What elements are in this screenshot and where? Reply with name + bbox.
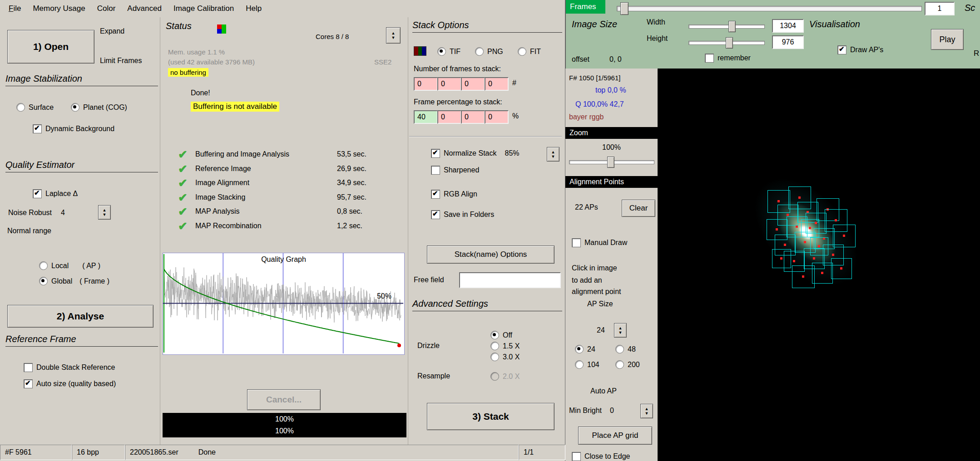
height-slider-thumb[interactable]: [726, 37, 733, 49]
normalize-spinner[interactable]: [547, 147, 559, 162]
drizzle-off-radio[interactable]: Off: [490, 331, 512, 339]
close-to-edge-box[interactable]: [572, 452, 581, 461]
save-folders-checkbox[interactable]: Save in Folders: [431, 210, 494, 219]
menu-file[interactable]: File: [3, 4, 27, 13]
stack-button[interactable]: 3) Stack: [427, 403, 554, 430]
normalize-stack-checkbox[interactable]: Normalize Stack 85%: [431, 149, 520, 158]
frames-count-input[interactable]: 0: [461, 77, 485, 91]
ap-48-circle[interactable]: [615, 345, 624, 353]
draw-aps-checkbox[interactable]: Draw AP's: [837, 45, 883, 54]
frames-slider-track[interactable]: [617, 6, 922, 11]
local-radio[interactable]: Local ( AP ): [39, 261, 100, 270]
zoom-slider-thumb[interactable]: [607, 157, 614, 168]
sharpened-checkbox[interactable]: Sharpened: [431, 166, 479, 175]
sharpened-box[interactable]: [431, 166, 440, 175]
surface-radio[interactable]: Surface: [16, 103, 54, 112]
global-radio-circle[interactable]: [39, 277, 48, 285]
frame-number-input[interactable]: 1: [925, 2, 955, 15]
tif-radio[interactable]: TIF: [437, 47, 460, 56]
laplace-checkbox[interactable]: Laplace Δ: [33, 189, 78, 198]
manual-draw-checkbox[interactable]: Manual Draw: [572, 238, 627, 247]
menu-help[interactable]: Help: [240, 4, 267, 13]
drizzle-off-circle[interactable]: [490, 331, 499, 339]
ap-104-circle[interactable]: [575, 360, 584, 369]
analyse-button[interactable]: 2) Analyse: [7, 305, 153, 328]
cancel-button[interactable]: Cancel...: [247, 389, 321, 410]
width-slider-track[interactable]: [688, 25, 765, 29]
auto-size-box[interactable]: [24, 379, 33, 388]
image-canvas[interactable]: [658, 69, 980, 461]
check-icon: ✔: [178, 191, 188, 204]
drizzle-15-circle[interactable]: [490, 342, 499, 350]
double-stack-box[interactable]: [24, 363, 33, 372]
clear-button[interactable]: Clear: [622, 200, 655, 217]
place-ap-grid-button[interactable]: Place AP grid: [578, 427, 652, 445]
free-field-label: Free field: [414, 276, 444, 284]
width-slider-thumb[interactable]: [728, 21, 736, 32]
ap-size-104-radio[interactable]: 104: [575, 360, 599, 369]
frames-count-input[interactable]: 0: [485, 77, 509, 91]
normalize-box[interactable]: [431, 149, 440, 158]
laplace-box[interactable]: [33, 189, 42, 198]
percent-input[interactable]: 0: [461, 110, 485, 124]
tif-radio-circle[interactable]: [437, 47, 446, 56]
resample-20-radio[interactable]: 2.0 X: [490, 372, 520, 381]
remember-checkbox[interactable]: remember: [705, 54, 751, 63]
png-radio[interactable]: PNG: [475, 47, 503, 56]
double-stack-checkbox[interactable]: Double Stack Reference: [24, 363, 115, 372]
alignment-point-dot: [832, 254, 834, 256]
global-radio[interactable]: Global ( Frame ): [39, 277, 109, 285]
rgb-align-checkbox[interactable]: RGB Align: [431, 190, 477, 199]
dynamic-background-checkbox[interactable]: Dynamic Background: [33, 124, 114, 133]
rgb-align-box[interactable]: [431, 190, 440, 199]
stackname-options-button[interactable]: Stack(name) Options: [427, 245, 554, 264]
ap-200-circle[interactable]: [615, 360, 624, 369]
menu-color[interactable]: Color: [91, 4, 122, 13]
play-button[interactable]: Play: [931, 29, 964, 50]
local-radio-circle[interactable]: [39, 261, 48, 270]
ap-200-label: 200: [628, 361, 640, 369]
frames-count-input[interactable]: 0: [437, 77, 461, 91]
save-folders-box[interactable]: [431, 210, 440, 219]
done-label: Done!: [191, 89, 210, 97]
ap-24-label: 24: [587, 345, 595, 353]
local-sub-label: ( AP ): [82, 262, 100, 270]
ap-size-200-radio[interactable]: 200: [615, 360, 640, 369]
status-toggle-icon[interactable]: [386, 27, 401, 44]
open-button[interactable]: 1) Open: [7, 30, 94, 64]
close-to-edge-checkbox[interactable]: Close to Edge: [572, 452, 630, 461]
width-value-input[interactable]: 1304: [772, 19, 804, 33]
resample-20-circle[interactable]: [490, 372, 499, 381]
fit-radio[interactable]: FIT: [518, 47, 541, 56]
percent-input[interactable]: 40: [414, 110, 438, 124]
menu-advanced[interactable]: Advanced: [121, 4, 168, 13]
percent-input[interactable]: 0: [437, 110, 461, 124]
dynamic-background-box[interactable]: [33, 124, 42, 133]
frames-slider-thumb[interactable]: [620, 2, 629, 15]
frames-count-input[interactable]: 0: [414, 77, 438, 91]
draw-aps-box[interactable]: [837, 45, 846, 54]
menu-image-calibration[interactable]: Image Calibration: [168, 4, 240, 13]
menu-memory-usage[interactable]: Memory Usage: [27, 4, 91, 13]
noise-robust-spinner[interactable]: [98, 205, 111, 220]
ap-24-circle[interactable]: [575, 345, 584, 353]
min-bright-spinner[interactable]: [640, 404, 653, 418]
surface-radio-circle[interactable]: [16, 103, 25, 112]
planet-radio[interactable]: Planet (COG): [71, 103, 127, 112]
ap-size-24-radio[interactable]: 24: [575, 345, 595, 353]
height-value-input[interactable]: 976: [772, 35, 804, 49]
fit-radio-circle[interactable]: [518, 47, 526, 56]
ap-size-48-radio[interactable]: 48: [615, 345, 636, 353]
drizzle-30-circle[interactable]: [490, 353, 499, 361]
png-radio-circle[interactable]: [475, 47, 484, 56]
free-field-input[interactable]: [459, 272, 561, 288]
ap-size-spinner[interactable]: [614, 323, 627, 338]
manual-draw-box[interactable]: [572, 238, 581, 247]
auto-size-checkbox[interactable]: Auto size (quality based): [24, 379, 116, 388]
drizzle-15-radio[interactable]: 1.5 X: [490, 342, 520, 350]
drizzle-30-radio[interactable]: 3.0 X: [490, 353, 520, 361]
planet-radio-circle[interactable]: [71, 103, 79, 112]
statusbar-page: 1/1: [519, 445, 565, 460]
remember-box[interactable]: [705, 54, 714, 63]
percent-input[interactable]: 0: [485, 110, 509, 124]
